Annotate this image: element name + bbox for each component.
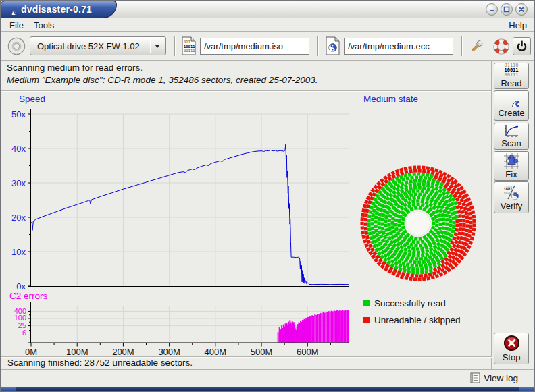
- app-yin-yang-icon: [6, 5, 16, 15]
- toolbar-separator: [461, 36, 463, 56]
- green-swatch-icon: [363, 300, 370, 306]
- menu-help[interactable]: Help: [505, 19, 531, 32]
- separator: [491, 61, 492, 369]
- app-window: dvdisaster-0.71 File Tools Help Optical …: [0, 0, 535, 392]
- drive-selector-value: Optical drive 52X FW 1.02: [30, 41, 150, 51]
- legend-item-read: Successfully read: [363, 298, 446, 308]
- binary-read-icon: 011101001100111: [504, 63, 518, 78]
- svg-text:00111: 00111: [184, 49, 195, 53]
- window-title: dvdisaster-0.71: [21, 4, 92, 16]
- svg-text:0M: 0M: [25, 347, 37, 356]
- toolbar: Optical drive 52X FW 1.02 011 10011 0011…: [1, 32, 535, 60]
- svg-text:20x: 20x: [11, 213, 26, 223]
- iso-image-file-icon: 011 10011 00111: [181, 36, 197, 55]
- svg-text:300M: 300M: [158, 347, 180, 356]
- svg-text:100: 100: [14, 314, 26, 322]
- read-button-label: Read: [501, 78, 521, 88]
- svg-text:100M: 100M: [66, 347, 88, 356]
- menubar: File Tools Help: [1, 19, 535, 32]
- quit-button[interactable]: [513, 37, 531, 55]
- svg-text:40x: 40x: [11, 144, 26, 154]
- svg-text:600M: 600M: [297, 347, 319, 356]
- minimize-button[interactable]: [486, 3, 498, 16]
- menu-file[interactable]: File: [5, 19, 28, 32]
- chevron-down-icon: [155, 45, 160, 48]
- verify-button-label: Verify: [501, 201, 523, 211]
- close-button[interactable]: [515, 3, 528, 16]
- combo-separator: [150, 39, 151, 53]
- separator: [1, 60, 535, 61]
- help-lifebelt-icon[interactable]: [492, 38, 510, 55]
- maximize-icon: [503, 6, 510, 13]
- titlebar-tab: dvdisaster-0.71: [1, 1, 117, 18]
- legend-label: Unreadable / skipped: [374, 315, 461, 325]
- svg-text:400M: 400M: [205, 347, 227, 356]
- status-text: Scanning finished: 28752 unreadable sect…: [7, 358, 193, 368]
- legend-item-unreadable: Unreadable / skipped: [363, 315, 461, 325]
- titlebar[interactable]: dvdisaster-0.71: [1, 1, 534, 18]
- window-corner-right[interactable]: [519, 387, 534, 391]
- scan-button-label: Scan: [501, 138, 521, 148]
- close-icon: [518, 6, 525, 13]
- verify-button[interactable]: 11110 10011 00111 Verify: [494, 181, 529, 213]
- drive-selector[interactable]: Optical drive 52X FW 1.02: [30, 36, 166, 55]
- svg-text:10011: 10011: [184, 45, 195, 49]
- view-log-label: View log: [484, 373, 518, 383]
- create-button-label: Create: [498, 108, 524, 118]
- scan-charts: 0x10x20x30x40x50x6251004000M100M200M300M…: [1, 92, 359, 356]
- optical-disc-icon: [7, 37, 26, 55]
- info-primary-text: Scanning medium for read errors.: [7, 63, 143, 73]
- scan-curve-icon: [503, 125, 519, 138]
- svg-text:6: 6: [22, 329, 26, 337]
- medium-state-title: Medium state: [363, 94, 418, 104]
- power-icon: [513, 38, 530, 55]
- medium-state-disc: [357, 163, 479, 284]
- verify-compare-icon: 11110 10011 00111: [503, 184, 519, 200]
- ecc-file-icon: [325, 36, 340, 55]
- scan-button[interactable]: Scan: [494, 123, 529, 150]
- svg-text:200M: 200M: [112, 347, 134, 356]
- ecc-file-input[interactable]: [344, 38, 453, 55]
- toolbar-separator: [317, 36, 319, 56]
- svg-text:011: 011: [184, 40, 190, 44]
- info-secondary-text: Medium "Example disc": CD-R mode 1, 3524…: [7, 75, 318, 85]
- separator: [1, 369, 535, 370]
- yin-yang-icon: [505, 93, 519, 107]
- svg-text:500M: 500M: [251, 347, 273, 356]
- window-corner-left[interactable]: [1, 387, 16, 391]
- stop-button[interactable]: Stop: [494, 333, 529, 364]
- stop-icon: [503, 335, 520, 352]
- svg-text:50x: 50x: [11, 109, 26, 119]
- svg-text:30x: 30x: [11, 178, 26, 188]
- menu-tools[interactable]: Tools: [30, 19, 58, 32]
- preferences-wrench-icon[interactable]: [468, 38, 485, 55]
- svg-text:0x: 0x: [16, 281, 26, 291]
- view-log-button[interactable]: View log: [470, 372, 518, 383]
- create-button[interactable]: Create: [494, 90, 529, 121]
- log-list-icon: [470, 372, 480, 383]
- legend-label: Successfully read: [374, 298, 446, 308]
- fix-button-label: Fix: [505, 169, 517, 179]
- window-frame-bottom: [1, 387, 534, 391]
- svg-text:10x: 10x: [11, 247, 26, 257]
- maximize-button[interactable]: [501, 3, 513, 16]
- red-swatch-icon: [363, 317, 370, 323]
- read-button[interactable]: 011101001100111 Read: [494, 63, 529, 89]
- fix-button[interactable]: Fix: [494, 151, 529, 181]
- toolbar-separator: [174, 36, 176, 56]
- puzzle-piece-icon: [504, 153, 519, 169]
- minimize-icon: [488, 6, 495, 13]
- stop-button-label: Stop: [503, 352, 521, 362]
- iso-file-input[interactable]: [200, 38, 309, 55]
- svg-text:25: 25: [18, 321, 26, 329]
- svg-text:400: 400: [14, 307, 26, 315]
